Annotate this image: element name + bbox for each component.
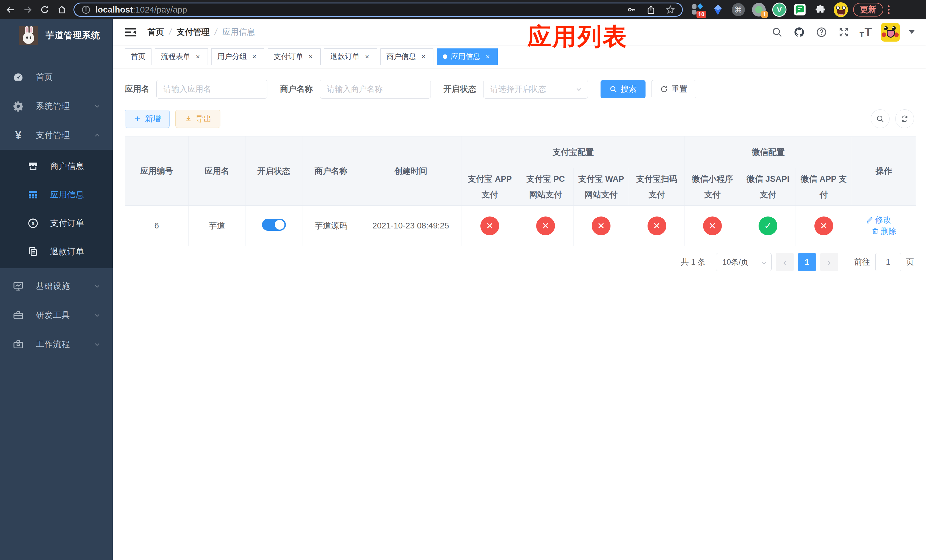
- extension-gem-icon[interactable]: [711, 3, 725, 17]
- sidebar-item-merchant-info[interactable]: 商户信息: [0, 152, 113, 180]
- tag-pay-orders[interactable]: 支付订单: [268, 48, 321, 65]
- extension-blocks-icon[interactable]: 10: [690, 3, 705, 17]
- app-logo-row[interactable]: 芋道管理系统: [0, 20, 113, 51]
- user-avatar[interactable]: [881, 23, 900, 42]
- channel-status-alipay-wap: [592, 216, 610, 235]
- cell-app-id: 6: [125, 206, 189, 246]
- close-tab-icon[interactable]: [250, 53, 258, 61]
- docs-help-icon[interactable]: [815, 26, 828, 39]
- col-header-merchant: 商户名称: [303, 136, 360, 206]
- extension-badge: 1: [761, 11, 768, 18]
- extension-chat-icon[interactable]: [793, 3, 807, 17]
- close-tab-icon[interactable]: [363, 53, 371, 61]
- add-button[interactable]: 新增: [125, 110, 170, 128]
- sidebar-collapse-icon[interactable]: [124, 26, 137, 39]
- breadcrumb: 首页 / 支付管理 / 应用信息: [147, 26, 255, 38]
- sidebar-item-workflow[interactable]: 工作流程: [0, 330, 113, 359]
- app-table: 应用编号 应用名 开启状态 商户名称 创建时间 支付宝配置 微信配置 操作 支付…: [125, 136, 914, 246]
- status-select[interactable]: [483, 80, 588, 98]
- app-title: 芋道管理系统: [45, 29, 100, 41]
- delete-row-button[interactable]: 删除: [872, 226, 897, 237]
- extension-emoji-icon[interactable]: [834, 3, 848, 17]
- github-icon[interactable]: [793, 26, 806, 39]
- storefront-icon: [27, 160, 39, 172]
- extension-profile-icon[interactable]: 1: [752, 3, 766, 17]
- fullscreen-icon[interactable]: [837, 26, 850, 39]
- goto-page-input[interactable]: [875, 253, 901, 271]
- yen-icon: ¥: [12, 130, 24, 141]
- svg-text:¥: ¥: [32, 221, 35, 227]
- table-toolbar: 新增 导出: [125, 109, 914, 128]
- sidebar-item-refund-orders[interactable]: 退款订单: [0, 238, 113, 266]
- documents-icon: [27, 246, 39, 257]
- tag-home[interactable]: 首页: [125, 48, 151, 65]
- pagination: 共 1 条 ‹ 1 › 前往 页: [125, 253, 914, 271]
- sidebar-item-app-info[interactable]: 应用信息: [0, 180, 113, 209]
- page-number-1[interactable]: 1: [798, 253, 816, 271]
- tag-user-group[interactable]: 用户分组: [211, 48, 264, 65]
- breadcrumb-home[interactable]: 首页: [147, 26, 164, 38]
- font-size-icon[interactable]: TT: [859, 26, 872, 38]
- search-icon: [609, 85, 617, 93]
- sidebar-item-pay-orders[interactable]: ¥ 支付订单: [0, 209, 113, 238]
- header-search-icon[interactable]: [770, 26, 784, 39]
- prev-page-button[interactable]: ‹: [776, 253, 794, 271]
- browser-home-icon[interactable]: [55, 3, 68, 16]
- close-tab-icon[interactable]: [484, 53, 492, 61]
- next-page-button[interactable]: ›: [820, 253, 838, 271]
- bookmark-star-icon[interactable]: [666, 5, 675, 15]
- edit-row-button[interactable]: 修改: [865, 215, 891, 225]
- refresh-table-button[interactable]: [895, 109, 914, 128]
- address-bar[interactable]: localhost:1024/pay/app: [73, 3, 683, 17]
- col-header-wx-jsapi: 微信 JSAPI 支付: [740, 168, 796, 206]
- extension-command-icon[interactable]: ⌘: [731, 3, 746, 17]
- channel-status-wx-jsapi: [758, 216, 777, 235]
- channel-status-alipay-app: [480, 216, 499, 235]
- breadcrumb-separator: /: [169, 27, 171, 37]
- chevron-up-icon: [94, 132, 101, 139]
- chevron-down-icon: [94, 312, 101, 319]
- toggle-search-button[interactable]: [871, 109, 890, 128]
- app-logo-rabbit: [19, 26, 38, 45]
- sidebar-item-system[interactable]: 系统管理: [0, 92, 113, 121]
- close-tab-icon[interactable]: [194, 53, 202, 61]
- table-row: 6 芋道 芋道源码 2021-10-23 08:49:25: [125, 206, 916, 246]
- sidebar-item-payment[interactable]: ¥ 支付管理: [0, 121, 113, 150]
- channel-status-wx-app: [814, 216, 833, 235]
- tag-refund-orders[interactable]: 退款订单: [324, 48, 377, 65]
- browser-forward-icon[interactable]: [21, 3, 34, 16]
- sidebar-item-home[interactable]: 首页: [0, 63, 113, 92]
- avatar-caret-down-icon[interactable]: [909, 30, 915, 34]
- monitor-icon: [12, 281, 24, 292]
- browser-update-button[interactable]: 更新: [853, 3, 883, 17]
- close-tab-icon[interactable]: [307, 53, 315, 61]
- tag-process-form[interactable]: 流程表单: [155, 48, 208, 65]
- share-icon[interactable]: [646, 5, 656, 15]
- extensions-puzzle-icon[interactable]: [813, 3, 828, 17]
- browser-back-icon[interactable]: [4, 3, 17, 16]
- status-toggle[interactable]: [262, 219, 286, 231]
- extension-vue-devtools-icon[interactable]: V: [772, 3, 787, 17]
- reset-button[interactable]: 重置: [651, 80, 696, 98]
- browser-menu-icon[interactable]: [888, 5, 890, 14]
- sidebar: 芋道管理系统 首页 系统管理: [0, 20, 113, 560]
- merchant-name-input[interactable]: [320, 80, 431, 98]
- page-info-icon[interactable]: [81, 5, 91, 15]
- breadcrumb-separator: /: [215, 27, 217, 37]
- channel-status-wx-mini: [703, 216, 722, 235]
- breadcrumb-payment[interactable]: 支付管理: [177, 26, 210, 38]
- close-tab-icon[interactable]: [419, 53, 427, 61]
- goto-unit: 页: [906, 257, 914, 268]
- sidebar-item-infrastructure[interactable]: 基础设施: [0, 272, 113, 301]
- app-name-input[interactable]: [156, 80, 267, 98]
- page-size-select[interactable]: [716, 253, 772, 271]
- export-button[interactable]: 导出: [176, 110, 220, 128]
- search-button[interactable]: 搜索: [601, 80, 646, 98]
- tag-merchant-info[interactable]: 商户信息: [380, 48, 433, 65]
- dashboard-gauge-icon: [12, 71, 24, 83]
- browser-reload-icon[interactable]: [38, 3, 51, 16]
- tags-view-bar: 首页 流程表单 用户分组 支付订单 退款订单 商户信息 应用信息: [113, 45, 926, 68]
- saved-passwords-key-icon[interactable]: [627, 5, 636, 15]
- tag-app-info[interactable]: 应用信息: [437, 48, 498, 65]
- sidebar-item-dev-tools[interactable]: 研发工具: [0, 301, 113, 330]
